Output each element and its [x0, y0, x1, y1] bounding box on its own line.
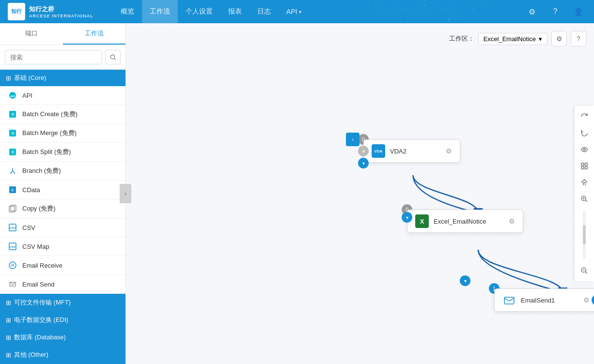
- sidebar-item-api-label: API: [22, 92, 32, 99]
- email-expand-button[interactable]: ›: [592, 295, 594, 305]
- undo-icon[interactable]: [578, 126, 591, 140]
- workspace-selector[interactable]: Excel_EmailNotice ▾: [478, 33, 547, 45]
- sidebar-item-batch-create[interactable]: ⚙ Batch Create (免费): [0, 105, 125, 124]
- search-button[interactable]: [105, 50, 121, 64]
- vda2-node[interactable]: VDA VDA2 ⚙: [363, 139, 460, 163]
- grid-icon[interactable]: [578, 159, 591, 173]
- category-edi[interactable]: ⊞ 电子数据交换 (EDI): [0, 311, 125, 329]
- svg-text:⚙: ⚙: [11, 131, 15, 136]
- home-icon[interactable]: [578, 176, 591, 189]
- scrollbar-thumb: [583, 225, 586, 244]
- flow-canvas: 0 › VDA VDA2 ⚙ ▾ ▾: [126, 23, 594, 364]
- sidebar-item-api[interactable]: API API: [0, 86, 125, 105]
- sidebar-item-csv-label: CSV: [22, 224, 35, 231]
- excel-settings-icon[interactable]: ⚙: [509, 217, 515, 225]
- email-settings-icon[interactable]: ⚙: [583, 296, 590, 304]
- redo-icon[interactable]: [578, 110, 591, 123]
- workspace-help-button[interactable]: ?: [571, 31, 586, 46]
- email-node[interactable]: EmailSend1 ⚙ ›: [494, 288, 594, 312]
- svg-text:CSV: CSV: [10, 245, 16, 248]
- csv-icon: CSV: [8, 223, 17, 232]
- svg-text:⚙: ⚙: [11, 150, 15, 154]
- sidebar-item-batch-split[interactable]: ⚙ Batch Split (免费): [0, 143, 125, 162]
- sidebar-item-email-receive[interactable]: ✉ Email Receive: [0, 256, 125, 275]
- sidebar-item-csv[interactable]: CSV CSV: [0, 218, 125, 237]
- nav-item-overview[interactable]: 概览: [113, 0, 142, 23]
- category-other-label: 其他 (Other): [14, 350, 48, 359]
- excel-bottom-connector[interactable]: ▾: [402, 212, 412, 223]
- category-other-icon: ⊞: [6, 351, 11, 359]
- category-database[interactable]: ⊞ 数据库 (Database): [0, 329, 125, 346]
- excel-node-icon: X: [415, 214, 429, 228]
- settings-icon[interactable]: ⚙: [524, 4, 540, 19]
- nav-item-api[interactable]: API ▾: [279, 0, 310, 23]
- sidebar-item-csv-map[interactable]: CSV CSV Map: [0, 237, 125, 256]
- sidebar-item-copy[interactable]: Copy (免费): [0, 199, 125, 218]
- category-mft-label: 可控文件传输 (MFT): [14, 298, 71, 307]
- right-tools-panel: [574, 106, 594, 281]
- sidebar-item-copy-label: Copy (免费): [22, 204, 56, 213]
- top-navigation: 知行 知行之桥 ARCESE INTERNATIONAL 概览 工作流 个人设置…: [0, 0, 594, 23]
- vda2-left-expand[interactable]: ›: [346, 133, 360, 146]
- sidebar-item-branch[interactable]: Branch (免费): [0, 162, 125, 181]
- vda2-settings-icon[interactable]: ⚙: [446, 147, 452, 155]
- svg-text:⚙: ⚙: [11, 112, 15, 117]
- sidebar-item-batch-merge[interactable]: ⚙ Batch Merge (免费): [0, 124, 125, 143]
- sidebar-item-cdata[interactable]: C CData: [0, 181, 125, 199]
- excel-node-title: Excel_EmailNotice: [434, 218, 505, 225]
- sidebar-item-branch-label: Branch (免费): [22, 167, 61, 175]
- workspace-settings-button[interactable]: ⚙: [551, 31, 567, 46]
- nav-item-settings[interactable]: 个人设置: [178, 0, 220, 23]
- user-icon[interactable]: 👤: [571, 4, 586, 19]
- sidebar-collapse-button[interactable]: ‹: [120, 184, 131, 203]
- zoom-out-icon[interactable]: [578, 264, 591, 277]
- category-core-label: 基础 (Core): [14, 74, 46, 82]
- svg-line-22: [10, 171, 13, 174]
- svg-rect-38: [585, 163, 587, 166]
- email-node-icon: [502, 293, 516, 307]
- category-edi-icon: ⊞: [6, 317, 11, 324]
- category-core-header[interactable]: ⊞ 基础 (Core): [0, 70, 125, 86]
- sidebar-search-area: [0, 45, 125, 70]
- logo-name: 知行之桥: [29, 5, 94, 14]
- vda2-bottom-blue-connector[interactable]: ▾: [358, 158, 369, 168]
- nav-item-logs[interactable]: 日志: [250, 0, 279, 23]
- tab-workflow[interactable]: 工作流: [63, 23, 126, 45]
- sidebar-item-cdata-label: CData: [22, 186, 40, 194]
- nav-item-workflow[interactable]: 工作流: [142, 0, 178, 23]
- sidebar: 端口 工作流 ⊞ 基础 (Core) API: [0, 23, 126, 364]
- category-mft-icon: ⊞: [6, 299, 11, 306]
- vda2-node-title: VDA2: [390, 148, 442, 155]
- category-db-label: 数据库 (Database): [14, 333, 66, 342]
- view-icon[interactable]: [578, 143, 591, 156]
- category-mft[interactable]: ⊞ 可控文件传输 (MFT): [0, 294, 125, 311]
- copy-icon: [8, 204, 17, 213]
- svg-text:CSV: CSV: [10, 227, 16, 229]
- workspace-label: 工作区：: [449, 34, 474, 43]
- nav-right-actions: ⚙ ? 👤: [524, 4, 586, 19]
- email-send-icon: [8, 279, 17, 289]
- branch-icon: [8, 166, 17, 176]
- zoom-in-icon[interactable]: [578, 192, 591, 206]
- canvas-scrollbar[interactable]: [583, 211, 586, 259]
- sidebar-item-batch-split-label: Batch Split (免费): [22, 148, 71, 156]
- batch-create-icon: ⚙: [8, 109, 17, 119]
- canvas-area: 工作区： Excel_EmailNotice ▾ ⚙ ?: [126, 23, 594, 364]
- workspace-name: Excel_EmailNotice: [484, 35, 536, 43]
- category-other[interactable]: ⊞ 其他 (Other): [0, 346, 125, 364]
- help-icon[interactable]: ?: [547, 4, 563, 19]
- main-layout: 端口 工作流 ⊞ 基础 (Core) API: [0, 23, 594, 364]
- sidebar-item-batch-merge-label: Batch Merge (免费): [22, 129, 77, 137]
- email-top-connector[interactable]: ▾: [460, 275, 470, 286]
- sidebar-item-email-send[interactable]: Email Send: [0, 275, 125, 294]
- vda2-bottom-gray-connector[interactable]: ▾: [358, 146, 369, 156]
- batch-split-icon: ⚙: [8, 147, 17, 157]
- svg-point-36: [583, 149, 585, 151]
- search-input[interactable]: [5, 50, 102, 64]
- nav-item-reports[interactable]: 报表: [220, 0, 250, 23]
- app-logo[interactable]: 知行 知行之桥 ARCESE INTERNATIONAL: [8, 3, 94, 20]
- tab-port[interactable]: 端口: [0, 23, 63, 45]
- svg-line-44: [585, 200, 587, 202]
- excel-node[interactable]: X Excel_EmailNotice ⚙: [407, 210, 523, 233]
- vda2-node-icon: VDA: [372, 144, 385, 158]
